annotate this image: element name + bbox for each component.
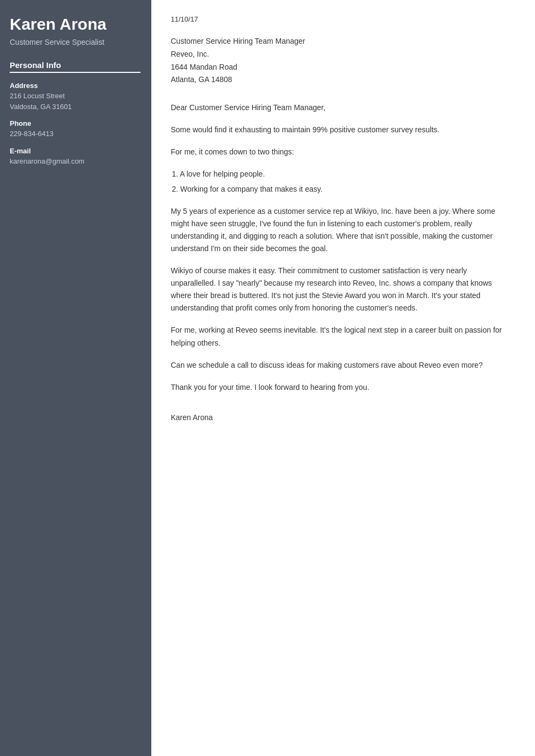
paragraph3: My 5 years of experience as a customer s… bbox=[171, 205, 513, 255]
paragraph2: For me, it comes down to two things: bbox=[171, 146, 513, 158]
paragraph1: Some would find it exhausting to maintai… bbox=[171, 124, 513, 136]
phone-value: 229-834-6413 bbox=[10, 129, 141, 139]
sidebar: Karen Arona Customer Service Specialist … bbox=[0, 0, 151, 756]
phone-label: Phone bbox=[10, 119, 141, 127]
recipient-line1: Customer Service Hiring Team Manager bbox=[171, 35, 513, 48]
list-block: 1. A love for helping people. 2. Working… bbox=[171, 168, 513, 195]
recipient-line3: 1644 Mandan Road bbox=[171, 61, 513, 74]
address-line2: Valdosta, GA 31601 bbox=[10, 102, 141, 112]
email-label: E-mail bbox=[10, 147, 141, 155]
paragraph5: For me, working at Reveo seems inevitabl… bbox=[171, 324, 513, 349]
letter-body: Dear Customer Service Hiring Team Manage… bbox=[171, 102, 513, 422]
candidate-name: Karen Arona bbox=[10, 15, 141, 34]
paragraph7: Thank you for your time. I look forward … bbox=[171, 381, 513, 394]
paragraph4: Wikiyo of course makes it easy. Their co… bbox=[171, 265, 513, 314]
list-item1: 1. A love for helping people. bbox=[171, 168, 513, 180]
signature-block: Karen Arona bbox=[171, 413, 513, 422]
salutation: Dear Customer Service Hiring Team Manage… bbox=[171, 102, 513, 114]
personal-info-heading: Personal Info bbox=[10, 60, 141, 73]
recipient-line4: Atlanta, GA 14808 bbox=[171, 73, 513, 86]
paragraph6: Can we schedule a call to discuss ideas … bbox=[171, 359, 513, 372]
email-value: karenarona@gmail.com bbox=[10, 156, 141, 167]
letter-main: 11/10/17 Customer Service Hiring Team Ma… bbox=[151, 0, 535, 756]
recipient-block: Customer Service Hiring Team Manager Rev… bbox=[171, 35, 513, 86]
recipient-line2: Reveo, Inc. bbox=[171, 48, 513, 61]
signature: Karen Arona bbox=[171, 413, 513, 422]
letter-date: 11/10/17 bbox=[171, 15, 513, 23]
list-item2: 2. Working for a company that makes it e… bbox=[171, 183, 513, 195]
address-label: Address bbox=[10, 82, 141, 90]
candidate-job-title: Customer Service Specialist bbox=[10, 37, 141, 48]
address-line1: 216 Locust Street bbox=[10, 91, 141, 102]
